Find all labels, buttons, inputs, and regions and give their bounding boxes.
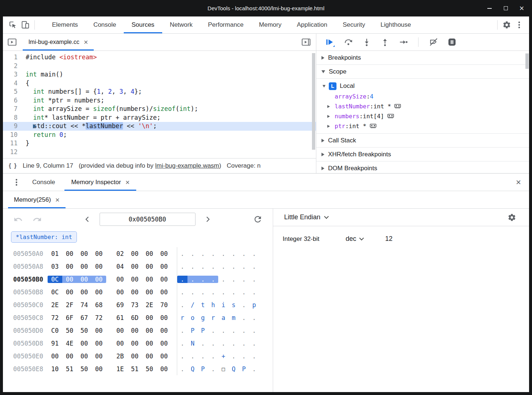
scope-variable[interactable]: ptr: int *: [316, 121, 529, 131]
hex-byte[interactable]: 03: [48, 263, 62, 270]
value-format-select[interactable]: dec: [346, 235, 385, 243]
hex-byte[interactable]: 00: [142, 340, 157, 347]
tab-memory-inspector[interactable]: Memory Inspector ×: [64, 174, 136, 191]
ascii-char[interactable]: .: [208, 340, 218, 347]
address-input[interactable]: [100, 213, 196, 226]
ascii-char[interactable]: h: [208, 301, 218, 309]
highlight-chip[interactable]: *lastNumber: int: [11, 231, 77, 243]
hex-byte[interactable]: 00: [77, 353, 92, 360]
ascii-char[interactable]: .: [228, 276, 239, 283]
ascii-char[interactable]: .: [177, 327, 187, 334]
line-number[interactable]: 6: [3, 96, 26, 105]
ascii-char[interactable]: .: [208, 263, 218, 270]
hex-byte[interactable]: 00: [157, 250, 171, 257]
hex-byte[interactable]: 00: [127, 276, 142, 283]
scrollbar-thumb[interactable]: [312, 53, 315, 150]
ascii-char[interactable]: .: [187, 276, 198, 283]
ascii-char[interactable]: .: [249, 365, 259, 373]
memory-icon[interactable]: [394, 103, 401, 109]
section-breakpoints[interactable]: Breakpoints: [316, 51, 529, 65]
hex-byte[interactable]: 00: [142, 327, 157, 334]
ascii-char[interactable]: .: [218, 250, 228, 257]
history-forward-icon[interactable]: [31, 213, 43, 226]
next-page-icon[interactable]: [201, 213, 214, 226]
ascii-char[interactable]: .: [208, 353, 218, 360]
ascii-char[interactable]: p: [249, 301, 259, 309]
ascii-char[interactable]: .: [208, 276, 218, 283]
hex-byte[interactable]: 00: [92, 365, 106, 373]
ascii-char[interactable]: .: [249, 250, 259, 257]
ascii-char[interactable]: .: [218, 327, 228, 334]
hex-byte[interactable]: 00: [92, 263, 106, 270]
hex-byte[interactable]: 2B: [113, 353, 127, 360]
ascii-char[interactable]: P: [239, 365, 249, 373]
deactivate-breakpoints-icon[interactable]: [427, 36, 440, 48]
hex-byte[interactable]: 00: [142, 314, 157, 321]
hex-byte[interactable]: 00: [157, 263, 171, 270]
hex-byte[interactable]: 00: [157, 327, 171, 334]
ascii-char[interactable]: .: [187, 288, 198, 296]
pause-on-exceptions-icon[interactable]: [446, 36, 458, 48]
line-number[interactable]: 5: [3, 87, 26, 96]
hex-byte[interactable]: 6F: [62, 314, 77, 321]
hex-byte[interactable]: 74: [77, 301, 92, 309]
hex-byte[interactable]: 01: [48, 250, 62, 257]
line-number[interactable]: 8: [3, 113, 26, 122]
scope-variable[interactable]: arraySize: 4: [316, 92, 529, 101]
step-icon[interactable]: [397, 36, 409, 48]
ascii-char[interactable]: a: [218, 314, 228, 321]
resume-icon[interactable]: [324, 36, 336, 48]
step-into-icon[interactable]: [360, 36, 373, 48]
ascii-char[interactable]: Q: [228, 365, 239, 373]
ascii-char[interactable]: r: [208, 314, 218, 321]
hex-byte[interactable]: 00: [157, 340, 171, 347]
ascii-char[interactable]: .: [177, 340, 187, 347]
ascii-char[interactable]: .: [218, 276, 228, 283]
hex-byte[interactable]: 68: [92, 301, 106, 309]
ascii-char[interactable]: .: [239, 353, 249, 360]
ascii-char[interactable]: .: [218, 263, 228, 270]
ascii-char[interactable]: .: [249, 327, 259, 334]
hex-byte[interactable]: 00: [142, 250, 157, 257]
more-tools-icon[interactable]: [10, 176, 23, 189]
ascii-char[interactable]: .: [177, 276, 187, 283]
line-number[interactable]: 11: [3, 139, 26, 148]
hex-byte[interactable]: 91: [48, 340, 62, 347]
close-icon[interactable]: ×: [125, 179, 130, 186]
drawer-close-icon[interactable]: ×: [516, 178, 521, 187]
hex-byte[interactable]: 2E: [48, 301, 62, 309]
line-number[interactable]: 9: [3, 122, 26, 131]
hex-byte[interactable]: 51: [127, 365, 142, 373]
hex-byte[interactable]: 00: [77, 288, 92, 296]
expand-icon[interactable]: [327, 105, 335, 108]
step-over-icon[interactable]: [342, 36, 354, 48]
hex-byte[interactable]: 67: [77, 314, 92, 321]
ascii-char[interactable]: .: [249, 288, 259, 296]
tab-sources[interactable]: Sources: [124, 16, 162, 33]
hex-byte[interactable]: 00: [113, 288, 127, 296]
maximize-button[interactable]: [503, 5, 509, 11]
code-editor[interactable]: 1#include <iostream>23int main()4{5 int …: [3, 51, 316, 158]
hex-byte[interactable]: 00: [142, 353, 157, 360]
ascii-char[interactable]: .: [208, 365, 218, 373]
ascii-char[interactable]: .: [239, 288, 249, 296]
ascii-char[interactable]: .: [239, 327, 249, 334]
ascii-char[interactable]: .: [218, 340, 228, 347]
ascii-char[interactable]: P: [198, 327, 208, 334]
ascii-char[interactable]: g: [198, 314, 208, 321]
hex-byte[interactable]: 00: [127, 340, 142, 347]
section-dom-breakpoints[interactable]: DOM Breakpoints: [316, 161, 529, 173]
hex-byte[interactable]: 0C: [48, 276, 62, 283]
history-back-icon[interactable]: [12, 213, 24, 226]
editor-pane-toggle-icon[interactable]: [300, 36, 312, 48]
hex-byte[interactable]: 50: [142, 365, 157, 373]
ascii-char[interactable]: .: [208, 288, 218, 296]
ascii-char[interactable]: .: [208, 250, 218, 257]
hex-byte[interactable]: 50: [77, 365, 92, 373]
hex-byte[interactable]: 00: [127, 250, 142, 257]
ascii-char[interactable]: .: [239, 263, 249, 270]
ascii-char[interactable]: P: [198, 365, 208, 373]
hex-byte[interactable]: 10: [48, 365, 62, 373]
scope-variable[interactable]: numbers: int[4]: [316, 111, 529, 121]
ascii-char[interactable]: .: [177, 353, 187, 360]
